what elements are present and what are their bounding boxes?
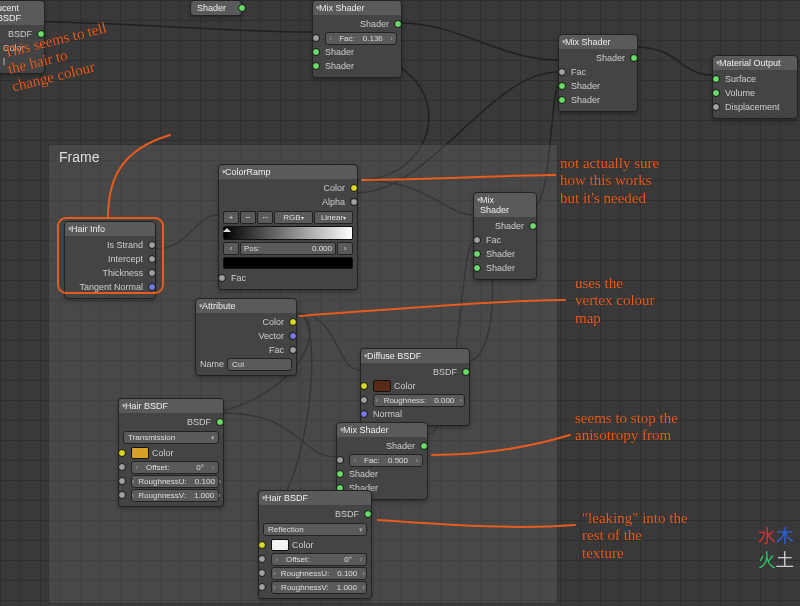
socket-roughness-in[interactable]: [360, 396, 368, 404]
node-mix-shader-3[interactable]: ▾Mix Shader Shader Fac Shader Shader: [473, 192, 537, 280]
frame-label: Frame: [59, 149, 99, 165]
socket-shader-out[interactable]: [37, 30, 45, 38]
socket-out[interactable]: [148, 283, 156, 291]
socket-shader-in[interactable]: [336, 470, 344, 478]
node-color-ramp[interactable]: ▾ColorRamp Color Alpha + − ↔ RGB ▾ Linea…: [218, 164, 358, 290]
socket-label: Tangent Normal: [79, 282, 143, 292]
interp-dropdown[interactable]: Linear ▾: [314, 211, 353, 224]
socket-shader-out[interactable]: [630, 54, 638, 62]
gradient-bar[interactable]: [223, 226, 353, 240]
node-title: ColorRamp: [225, 167, 271, 177]
socket-displacement-in[interactable]: [712, 103, 720, 111]
socket-shader-out[interactable]: [529, 222, 537, 230]
color-swatch[interactable]: [131, 447, 149, 459]
socket-roughu-in[interactable]: [118, 477, 126, 485]
roughu-field[interactable]: ‹RoughnessU:0.100›: [131, 475, 219, 488]
annotation-5: "leaking" into the rest of the texture: [582, 510, 688, 562]
socket-roughv-in[interactable]: [258, 583, 266, 591]
roughu-field[interactable]: ‹RoughnessU:0.100›: [271, 567, 367, 580]
socket-volume-in[interactable]: [712, 89, 720, 97]
socket-shader-out[interactable]: [394, 20, 402, 28]
socket-offset-in[interactable]: [118, 463, 126, 471]
socket-label: Fac: [571, 67, 586, 77]
socket-shader-in[interactable]: [558, 96, 566, 104]
socket-label: Shader: [596, 53, 625, 63]
socket-shader-in[interactable]: [558, 82, 566, 90]
socket-roughu-in[interactable]: [258, 569, 266, 577]
socket-shader-in[interactable]: [312, 48, 320, 56]
color-swatch[interactable]: [271, 539, 289, 551]
node-diffuse-bsdf[interactable]: ▾Diffuse BSDF BSDF Color ‹Roughness:0.00…: [360, 348, 470, 426]
socket-label: Color: [3, 43, 25, 53]
socket-fac-in[interactable]: [473, 236, 481, 244]
socket-fac-in[interactable]: [218, 274, 226, 282]
socket-shader-out[interactable]: [216, 418, 224, 426]
socket-shader-out[interactable]: [364, 510, 372, 518]
roughv-field[interactable]: ‹RoughnessV:1.000›: [271, 581, 367, 594]
socket-roughv-in[interactable]: [118, 491, 126, 499]
node-shader-top[interactable]: Shader: [190, 0, 242, 16]
socket-label: Alpha: [322, 197, 345, 207]
socket-fac-in[interactable]: [312, 34, 320, 42]
socket-fac-in[interactable]: [336, 456, 344, 464]
add-stop-button[interactable]: +: [223, 211, 239, 224]
node-hair-bsdf-transmission[interactable]: ▾Hair BSDF BSDF Transmission▾ Color ‹Off…: [118, 398, 224, 507]
socket-label: BSDF: [335, 509, 359, 519]
stop-next[interactable]: ›: [337, 242, 353, 255]
node-material-output[interactable]: ▾Material Output Surface Volume Displace…: [712, 55, 798, 119]
remove-stop-button[interactable]: −: [240, 211, 256, 224]
component-dropdown[interactable]: Reflection▾: [263, 523, 367, 536]
socket-normal-in[interactable]: [360, 410, 368, 418]
node-attribute[interactable]: ▾Attribute Color Vector Fac Name Col: [195, 298, 297, 376]
fac-field[interactable]: ‹Fac:0.500›: [349, 454, 423, 467]
node-title: Mix Shader: [343, 425, 389, 435]
socket-shader-out[interactable]: [420, 442, 428, 450]
socket-color-in[interactable]: [258, 541, 266, 549]
node-mix-shader-2[interactable]: ▾Mix Shader Shader Fac Shader Shader: [558, 34, 638, 112]
node-mix-shader-1[interactable]: ▾Mix Shader Shader ‹Fac:0.136› Shader Sh…: [312, 0, 402, 78]
socket-label: Shader: [571, 81, 600, 91]
socket-shader-out[interactable]: [238, 4, 246, 12]
offset-field[interactable]: ‹Offset:0°›: [271, 553, 367, 566]
annotation-3: uses the vertex colour map: [575, 275, 655, 327]
socket-shader-in[interactable]: [312, 62, 320, 70]
offset-field[interactable]: ‹Offset:0°›: [131, 461, 219, 474]
socket-surface-in[interactable]: [712, 75, 720, 83]
socket-color-in[interactable]: [360, 382, 368, 390]
socket-color-out[interactable]: [350, 184, 358, 192]
stop-prev[interactable]: ‹: [223, 242, 239, 255]
fac-field[interactable]: ‹Fac:0.136›: [325, 32, 397, 45]
pos-field[interactable]: Pos:0.000: [240, 242, 336, 255]
socket-fac-out[interactable]: [289, 346, 297, 354]
roughness-field[interactable]: ‹Roughness:0.000›: [373, 394, 465, 407]
socket-out[interactable]: [148, 241, 156, 249]
socket-label: Shader: [349, 469, 378, 479]
socket-vector-out[interactable]: [289, 332, 297, 340]
socket-out[interactable]: [148, 269, 156, 277]
node-mix-shader-4[interactable]: ▾Mix Shader Shader ‹Fac:0.500› Shader Sh…: [336, 422, 428, 500]
socket-label: Color: [152, 448, 174, 458]
attribute-name-field[interactable]: Col: [227, 358, 292, 371]
stop-color-swatch[interactable]: [223, 257, 353, 269]
node-hair-info[interactable]: ▾Hair Info Is Strand Intercept Thickness…: [64, 221, 156, 299]
socket-alpha-out[interactable]: [350, 198, 358, 206]
socket-color-in[interactable]: [118, 449, 126, 457]
node-title: Material Output: [719, 58, 781, 68]
socket-label: Fac: [269, 345, 284, 355]
socket-offset-in[interactable]: [258, 555, 266, 563]
color-swatch[interactable]: [373, 380, 391, 392]
socket-shader-in[interactable]: [473, 250, 481, 258]
node-title: Mix Shader: [480, 195, 509, 215]
socket-shader-in[interactable]: [473, 264, 481, 272]
socket-out[interactable]: [148, 255, 156, 263]
node-translucent-bsdf[interactable]: ▸ucent BSDF BSDF Color l: [0, 0, 45, 74]
roughv-field[interactable]: ‹RoughnessV:1.000›: [131, 489, 219, 502]
socket-fac-in[interactable]: [558, 68, 566, 76]
node-title: Mix Shader: [565, 37, 611, 47]
component-dropdown[interactable]: Transmission▾: [123, 431, 219, 444]
socket-shader-out[interactable]: [462, 368, 470, 376]
color-mode-dropdown[interactable]: RGB ▾: [274, 211, 313, 224]
node-hair-bsdf-reflection[interactable]: ▾Hair BSDF BSDF Reflection▾ Color ‹Offse…: [258, 490, 372, 599]
socket-color-out[interactable]: [289, 318, 297, 326]
flip-button[interactable]: ↔: [257, 211, 273, 224]
